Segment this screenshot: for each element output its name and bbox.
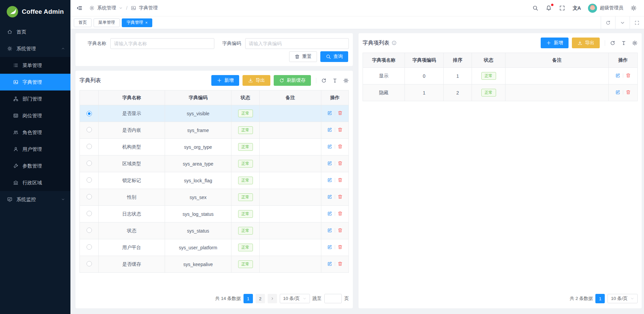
trash-icon[interactable] — [337, 161, 343, 166]
tab-1[interactable]: 菜单管理 — [94, 18, 120, 27]
sidebar-item-1[interactable]: 系统管理 — [0, 40, 70, 57]
home-icon — [7, 29, 12, 35]
column-settings-icon[interactable] — [343, 78, 349, 83]
edit-icon[interactable] — [327, 211, 332, 216]
edit-icon[interactable] — [615, 89, 621, 95]
row-radio[interactable] — [87, 177, 92, 183]
tab-menu-button[interactable] — [615, 16, 630, 29]
dict-code-input[interactable] — [245, 38, 349, 49]
collapse-sidebar-icon[interactable] — [76, 5, 83, 11]
dict-item-row[interactable]: 显示01正常 — [363, 68, 638, 84]
row-radio[interactable] — [87, 261, 92, 266]
maximize-content-button[interactable] — [630, 16, 644, 29]
edit-icon[interactable] — [327, 110, 332, 116]
breadcrumb-parent[interactable]: 系统管理 — [97, 5, 116, 11]
translate-icon[interactable]: 文A — [573, 5, 581, 11]
row-radio[interactable] — [87, 211, 92, 216]
plus-icon — [217, 78, 222, 83]
column-settings-icon[interactable] — [632, 40, 638, 46]
breadcrumb-current: 字典管理 — [139, 5, 158, 11]
sidebar-item-2[interactable]: 菜单管理 — [0, 57, 70, 74]
sidebar-item-0[interactable]: 首页 — [0, 23, 70, 40]
trash-icon[interactable] — [337, 177, 343, 183]
dict-row[interactable]: 机构类型sys_org_type正常 — [80, 139, 349, 155]
pagination-page-2[interactable]: 2 — [256, 294, 265, 303]
sidebar-item-6[interactable]: 角色管理 — [0, 124, 70, 141]
dict-row[interactable]: 用户平台sys_user_platform正常 — [80, 239, 349, 256]
edit-icon[interactable] — [615, 73, 621, 78]
jump-label: 跳至 — [313, 296, 322, 302]
trash-icon[interactable] — [337, 127, 343, 132]
row-radio[interactable] — [87, 161, 92, 166]
edit-icon[interactable] — [327, 144, 332, 149]
sidebar-item-9[interactable]: 行政区域 — [0, 174, 70, 191]
refresh-table-icon[interactable] — [321, 78, 327, 83]
page-size-select[interactable]: 10 条/页 — [607, 294, 638, 303]
export-dict-item-button[interactable]: 导出 — [572, 38, 600, 48]
row-radio[interactable] — [87, 111, 92, 116]
font-size-icon[interactable] — [621, 40, 627, 46]
edit-icon[interactable] — [327, 261, 332, 266]
export-dict-button[interactable]: 导出 — [243, 75, 270, 86]
sidebar-item-10[interactable]: 系统监控 — [0, 191, 70, 208]
notifications-button[interactable] — [546, 5, 552, 11]
refresh-cache-button[interactable]: 刷新缓存 — [274, 75, 311, 86]
pagination-page-1[interactable]: 1 — [595, 294, 605, 303]
edit-icon[interactable] — [327, 194, 332, 199]
trash-icon[interactable] — [626, 89, 631, 95]
trash-icon[interactable] — [337, 211, 343, 216]
dict-row[interactable]: 是否缓存sys_keepalive正常 — [80, 256, 349, 273]
row-radio[interactable] — [87, 127, 92, 132]
trash-icon[interactable] — [626, 73, 631, 78]
edit-icon[interactable] — [327, 177, 332, 183]
tab-0[interactable]: 首页 — [74, 18, 92, 27]
dict-row[interactable]: 性别sys_sex正常 — [80, 189, 349, 206]
trash-icon[interactable] — [337, 244, 343, 250]
pagination-page-1[interactable]: 1 — [244, 294, 253, 303]
edit-icon[interactable] — [327, 228, 332, 233]
sidebar-item-7[interactable]: 用户管理 — [0, 141, 70, 158]
fullscreen-icon[interactable] — [559, 5, 565, 11]
edit-icon[interactable] — [327, 161, 332, 166]
query-button[interactable]: 查询 — [320, 51, 348, 62]
row-radio[interactable] — [87, 228, 92, 233]
trash-icon[interactable] — [337, 194, 343, 199]
trash-icon[interactable] — [337, 110, 343, 116]
reset-button[interactable]: 重置 — [289, 51, 317, 62]
add-dict-item-button[interactable]: 新增 — [541, 38, 569, 48]
dict-row[interactable]: 锁定标记sys_lock_flag正常 — [80, 172, 349, 189]
pagination-next-button[interactable] — [268, 294, 277, 303]
row-radio[interactable] — [87, 244, 92, 250]
sidebar-item-3[interactable]: 字典管理 — [0, 74, 70, 90]
refresh-page-button[interactable] — [601, 16, 615, 29]
tab-2[interactable]: 字典管理× — [122, 18, 152, 27]
row-radio[interactable] — [87, 144, 92, 149]
dict-item-row[interactable]: 隐藏12正常 — [363, 84, 638, 101]
refresh-table-icon[interactable] — [610, 40, 615, 46]
trash-icon[interactable] — [337, 144, 343, 149]
dict-row[interactable]: 状态sys_status正常 — [80, 223, 349, 239]
sidebar-item-5[interactable]: 岗位管理 — [0, 107, 70, 124]
edit-icon[interactable] — [327, 127, 332, 132]
trash-icon[interactable] — [337, 261, 343, 266]
sidebar-item-8[interactable]: 参数管理 — [0, 158, 70, 174]
font-size-icon[interactable] — [332, 78, 338, 83]
monitor-icon — [7, 197, 12, 202]
row-radio[interactable] — [87, 194, 92, 199]
settings-gear-icon[interactable] — [631, 5, 637, 11]
dict-code-cell: sys_user_platform — [165, 239, 231, 256]
add-dict-button[interactable]: 新增 — [211, 75, 239, 86]
user-menu[interactable]: 超级管理员 — [588, 4, 623, 13]
close-tab-icon[interactable]: × — [145, 20, 148, 25]
jump-page-input[interactable] — [324, 294, 342, 303]
search-icon[interactable] — [532, 5, 538, 11]
dict-row[interactable]: 是否显示sys_visible正常 — [80, 105, 349, 122]
sidebar-item-4[interactable]: 部门管理 — [0, 90, 70, 107]
dict-row[interactable]: 日志状态sys_log_status正常 — [80, 206, 349, 223]
trash-icon[interactable] — [337, 228, 343, 233]
dict-row[interactable]: 是否内嵌sys_frame正常 — [80, 122, 349, 139]
edit-icon[interactable] — [327, 244, 332, 250]
dict-name-input[interactable] — [110, 38, 214, 49]
page-size-select[interactable]: 10 条/页 — [280, 294, 310, 303]
dict-row[interactable]: 区域类型sys_area_type正常 — [80, 155, 349, 172]
